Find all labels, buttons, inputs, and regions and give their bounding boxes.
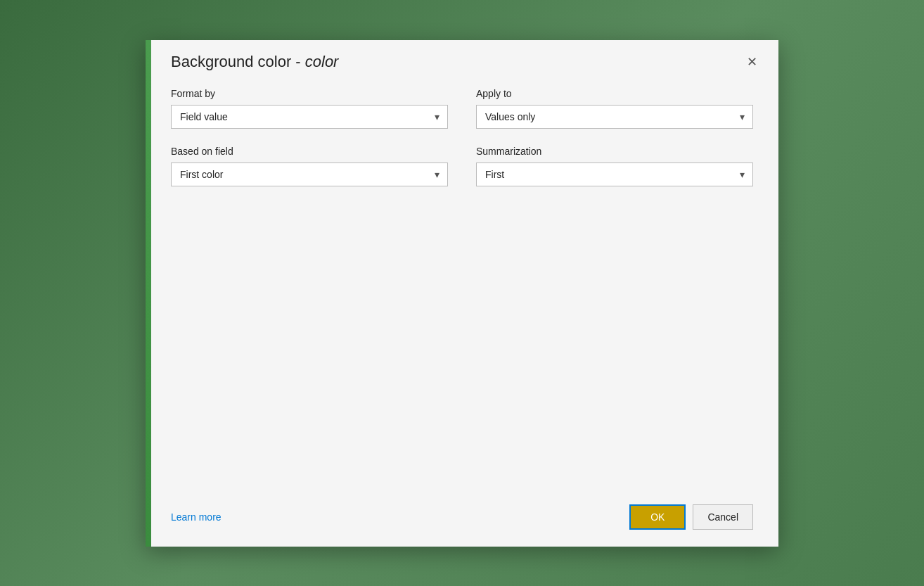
apply-to-select-wrapper: Values only Header and values Total Gran… [476, 105, 753, 129]
format-by-group: Format by Field value Rules Gradient [171, 88, 448, 129]
close-button[interactable]: ✕ [743, 53, 762, 71]
ok-button[interactable]: OK [629, 504, 686, 530]
dialog-body: Format by Field value Rules Gradient App… [146, 81, 778, 493]
apply-to-select[interactable]: Values only Header and values Total Gran… [476, 105, 753, 129]
format-by-select[interactable]: Field value Rules Gradient [171, 105, 448, 129]
format-by-select-wrapper: Field value Rules Gradient [171, 105, 448, 129]
based-on-field-select-wrapper: First color Second color Third color [171, 163, 448, 186]
summarization-group: Summarization First Last Count Sum [476, 146, 753, 186]
dialog-left-accent [146, 40, 151, 547]
summarization-select[interactable]: First Last Count Sum [476, 163, 753, 186]
dialog-titlebar: Background color - color ✕ [146, 40, 778, 81]
learn-more-link[interactable]: Learn more [171, 511, 222, 523]
apply-to-group: Apply to Values only Header and values T… [476, 88, 753, 129]
dialog-title: Background color - color [171, 53, 338, 71]
second-form-row: Based on field First color Second color … [171, 146, 753, 186]
based-on-field-select[interactable]: First color Second color Third color [171, 163, 448, 186]
dialog-title-italic: color [305, 53, 339, 70]
cancel-button[interactable]: Cancel [693, 504, 753, 530]
dialog-title-static: Background color - [171, 53, 305, 70]
first-form-row: Format by Field value Rules Gradient App… [171, 88, 753, 129]
based-on-field-label: Based on field [171, 146, 448, 157]
footer-buttons: OK Cancel [629, 504, 753, 530]
based-on-field-group: Based on field First color Second color … [171, 146, 448, 186]
summarization-label: Summarization [476, 146, 753, 157]
format-by-label: Format by [171, 88, 448, 99]
summarization-select-wrapper: First Last Count Sum [476, 163, 753, 186]
background-color-dialog: Background color - color ✕ Format by Fie… [146, 40, 778, 547]
dialog-footer: Learn more OK Cancel [146, 493, 778, 547]
apply-to-label: Apply to [476, 88, 753, 99]
